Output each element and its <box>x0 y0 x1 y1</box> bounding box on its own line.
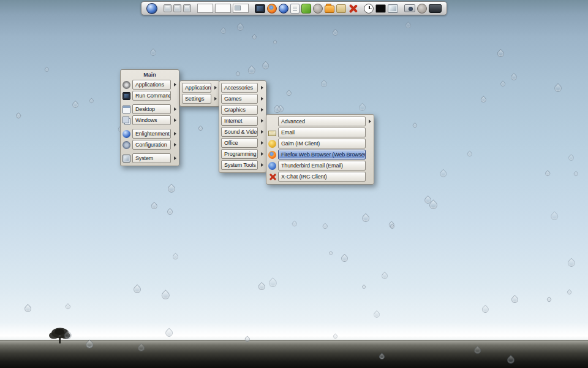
laptop-power-launcher-icon[interactable] <box>429 4 442 13</box>
documents-launcher-icon[interactable] <box>336 4 346 13</box>
raindrop <box>380 272 389 280</box>
pager-desktop-3-icon[interactable] <box>233 4 249 13</box>
menu-item-settings[interactable]: Settings <box>182 93 217 104</box>
web-browser-launcher-icon[interactable] <box>279 4 288 13</box>
camera-launcher-icon[interactable] <box>404 4 415 12</box>
menu-item-x-chat-irc-client[interactable]: X-Chat (IRC Client) <box>268 171 372 182</box>
menu-item-system-tools[interactable]: System Tools <box>221 159 264 171</box>
menu-item-applications[interactable]: Applications <box>182 82 217 93</box>
raindrop <box>236 23 245 32</box>
menu-item-label: Email <box>278 128 366 137</box>
raindrop <box>247 65 257 75</box>
menu-item-sound-video[interactable]: Sound & Video <box>221 126 264 137</box>
window-thumbnail-3-icon[interactable] <box>183 4 191 12</box>
menu-item-label: Desktop <box>132 104 171 114</box>
menu-item-thunderbird-email-email[interactable]: Thunderbird Email (Email) <box>268 160 372 171</box>
pager-desktop-1-icon[interactable] <box>197 4 213 13</box>
raindrop <box>235 71 241 77</box>
text-editor-launcher-icon[interactable] <box>290 4 300 13</box>
raindrop <box>567 258 577 268</box>
menu-item-label: Advanced <box>278 117 366 126</box>
raindrop <box>150 202 158 210</box>
raindrop <box>166 184 176 194</box>
menu-item-advanced[interactable]: Advanced <box>268 116 372 127</box>
menu-item-label: Internet <box>221 116 258 126</box>
menu-item-label: Office <box>221 138 258 148</box>
run-command-icon <box>123 92 130 100</box>
menu-item-configuration[interactable]: Configuration <box>123 139 177 150</box>
menu-item-windows[interactable]: Windows <box>123 115 177 126</box>
email-icon <box>268 131 276 136</box>
display-launcher-icon[interactable] <box>375 4 386 13</box>
window-thumbnail-1-icon[interactable] <box>164 4 172 12</box>
menu-item-label: Run Command <box>132 91 171 101</box>
menu-title: Main <box>123 71 177 79</box>
raindrop <box>480 304 489 313</box>
system-icon <box>123 155 130 163</box>
menu-item-desktop[interactable]: Desktop <box>123 104 177 115</box>
xchat-launcher-icon[interactable] <box>348 4 358 13</box>
menu-item-firefox-web-browser-web-browser[interactable]: Firefox Web Browser (Web Browser) <box>268 149 372 160</box>
raindrop <box>260 61 270 71</box>
menu-item-label: Sound & Video <box>221 127 258 137</box>
pager-desktop-2-icon[interactable] <box>215 4 231 13</box>
raindrop <box>62 330 72 340</box>
raindrop <box>412 123 418 129</box>
raindrop <box>546 297 552 303</box>
submenu-arrow-icon <box>260 163 264 167</box>
mouse-settings-launcher-icon[interactable] <box>417 4 427 13</box>
folder-launcher-icon[interactable] <box>325 6 334 13</box>
submenu-arrow-icon <box>213 97 217 101</box>
window-thumbnail-2-icon[interactable] <box>173 4 181 12</box>
raindrop <box>466 150 473 157</box>
submenu-arrow-icon <box>173 156 177 160</box>
raindrop <box>439 169 448 178</box>
raindrop <box>378 353 386 361</box>
terminal-launcher-icon[interactable] <box>255 4 265 13</box>
raindrop <box>89 98 95 104</box>
raindrop <box>160 289 172 301</box>
menu-item-graphics[interactable]: Graphics <box>221 104 264 115</box>
submenu-arrow-icon <box>260 152 264 156</box>
raindrop <box>505 355 516 366</box>
menu-item-run-command[interactable]: Run Command <box>123 90 177 101</box>
menu-item-label: Configuration <box>132 140 171 150</box>
submenu-arrow-icon <box>173 83 177 86</box>
menu-item-label: Firefox Web Browser (Web Browser) <box>278 150 366 159</box>
raindrop <box>291 220 298 227</box>
submenu-arrow-icon <box>260 108 264 112</box>
raindrop <box>340 254 350 264</box>
menu-applications: ApplicationsSettings <box>179 80 220 107</box>
raindrop <box>333 333 339 339</box>
raindrop <box>244 335 251 342</box>
menu-item-enlightenment[interactable]: Enlightenment <box>123 128 177 139</box>
menu-item-games[interactable]: Games <box>221 93 264 104</box>
monitor-settings-launcher-icon[interactable] <box>388 4 398 13</box>
menu-item-label: Enlightenment <box>132 129 171 139</box>
raindrop <box>137 343 146 353</box>
menu-item-office[interactable]: Office <box>221 137 264 148</box>
raindrop <box>361 213 371 223</box>
start-menu-button-icon[interactable] <box>146 3 157 14</box>
submenu-arrow-icon <box>368 120 372 123</box>
raindrop <box>357 102 367 112</box>
firefox-launcher-icon[interactable] <box>267 4 277 13</box>
raindrop <box>44 66 50 72</box>
menu-item-programming[interactable]: Programming <box>221 148 264 159</box>
applications-icon <box>123 81 130 89</box>
graphics-app-launcher-icon[interactable] <box>313 4 323 13</box>
analog-clock-gadget-icon[interactable] <box>364 4 374 13</box>
menu-item-system[interactable]: System <box>123 153 177 164</box>
package-manager-launcher-icon[interactable] <box>301 4 311 13</box>
desktop: MainApplicationsRun CommandDesktopWindow… <box>0 0 588 368</box>
raindrop <box>71 101 80 109</box>
configuration-icon <box>123 141 130 149</box>
menu-item-applications[interactable]: Applications <box>123 79 177 90</box>
submenu-arrow-icon <box>260 130 264 134</box>
menu-item-accessories[interactable]: Accessories <box>221 82 264 93</box>
menu-item-label: Programming <box>221 149 258 159</box>
menu-item-internet[interactable]: Internet <box>221 115 264 126</box>
menu-item-gaim-im-client[interactable]: Gaim (IM Client) <box>268 138 372 149</box>
raindrop <box>219 27 227 35</box>
menu-item-email[interactable]: Email <box>268 127 372 138</box>
